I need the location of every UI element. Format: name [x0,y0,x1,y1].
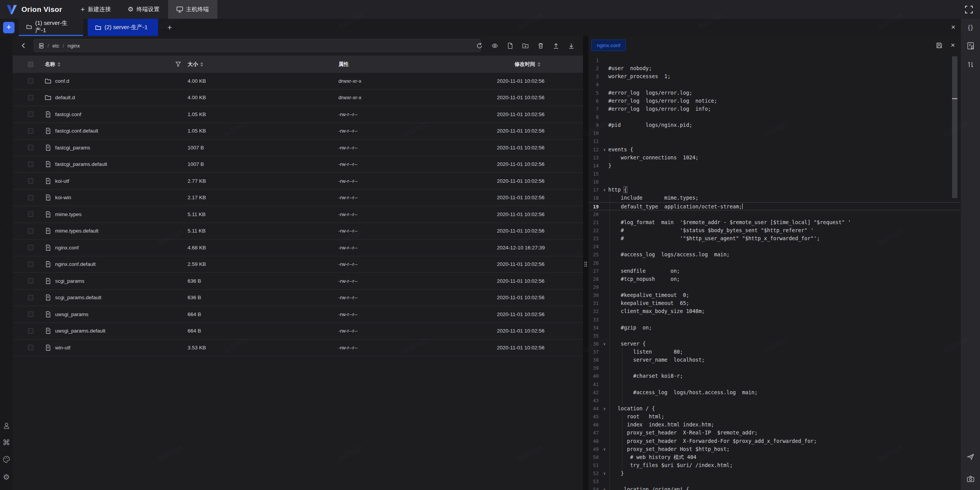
close-panel-icon[interactable]: × [949,23,957,31]
sort-icon[interactable] [200,62,203,67]
table-row[interactable]: default.d4.00 KBdrwxr-xr-x2020-11-01 10:… [13,90,583,107]
code-line[interactable]: 46 index index.html index.htm; [588,421,961,429]
row-checkbox[interactable] [28,178,33,184]
code-line[interactable]: 12∨events { [588,146,961,154]
table-row[interactable]: conf.d4.00 KBdrwxr-xr-x2020-11-01 10:02:… [13,73,583,90]
tab-server-2-active[interactable]: (2) server-生产-1 [88,19,158,36]
table-row[interactable]: uwsgi_params664 B-rw-r--r--2020-11-01 10… [13,306,583,323]
show-hidden-eye-icon[interactable] [491,42,498,49]
menu-new-connection[interactable]: + 新建连接 [72,0,119,19]
code-line[interactable]: 39 [588,364,961,372]
editor-file-tab[interactable]: nginx.conf [591,39,626,51]
code-line[interactable]: 17∨http { [588,186,961,194]
code-line[interactable]: 6#error_log logs/error.log notice; [588,97,961,105]
command-icon[interactable]: ⌘ [0,436,13,449]
breadcrumb-segment-nginx[interactable]: nginx [68,43,80,49]
code-line[interactable]: 22 # '$status $body_bytes_sent "$http_re… [588,226,961,234]
user-icon[interactable] [0,419,13,432]
column-header-mtime[interactable]: 修改时间 [514,56,541,73]
code-line[interactable]: 28 #tcp_nopush on; [588,275,961,283]
code-line[interactable]: 8 [588,113,961,121]
code-line[interactable]: 27 sendfile on; [588,267,961,275]
code-line[interactable]: 24 [588,243,961,251]
row-checkbox[interactable] [28,128,33,134]
row-checkbox[interactable] [28,95,33,100]
code-line[interactable]: 44∨ location / { [588,405,961,413]
code-line[interactable]: 38 server_name localhost; [588,356,961,364]
file-name[interactable]: koi-win [55,195,71,200]
file-name[interactable]: fastcgi_params.default [55,161,107,167]
column-header-size[interactable]: 大小 [188,56,203,73]
fold-chevron-icon[interactable]: ∨ [601,146,608,154]
code-line[interactable]: 32 client_max_body_size 1048m; [588,307,961,315]
file-name[interactable]: mime.types.default [55,228,98,234]
back-button[interactable] [18,40,29,51]
file-name[interactable]: fastcgi.conf [55,111,81,117]
tab-server-1[interactable]: (1) server-生产-1 [19,19,83,36]
code-line[interactable]: 21 #log_format main '$remote_addr - $rem… [588,218,961,226]
refresh-icon[interactable] [476,42,483,49]
code-line[interactable]: 4 [588,80,961,88]
table-row[interactable]: uwsgi_params.default664 B-rw-r--r--2020-… [13,323,583,340]
code-line[interactable]: 14} [588,162,961,170]
path-breadcrumb[interactable]: / etc / nginx [34,39,481,52]
braces-json-icon[interactable]: { } [961,21,980,34]
code-line[interactable]: 40 #charset koi8-r; [588,372,961,380]
file-name[interactable]: conf.d [55,78,69,84]
settings-gear-icon[interactable]: ⚙ [0,470,13,483]
file-name[interactable]: default.d [55,95,75,100]
row-checkbox[interactable] [28,145,33,150]
fold-chevron-icon[interactable]: ∨ [601,445,608,453]
panel-resize-handle[interactable] [583,36,588,490]
row-checkbox[interactable] [28,345,33,350]
breadcrumb-segment-etc[interactable]: etc [52,43,59,49]
code-line[interactable]: 37 listen 80; [588,348,961,356]
table-row[interactable]: fastcgi.conf1.05 KB-rw-r--r--2020-11-01 … [13,106,583,123]
row-checkbox[interactable] [28,78,33,84]
sort-transfer-icon[interactable] [961,57,980,71]
code-line[interactable]: 20 [588,210,961,218]
code-line[interactable]: 50 # web history 模式 404 [588,453,961,461]
table-row[interactable]: koi-win2.17 KB-rw-r--r--2020-11-01 10:02… [13,190,583,206]
file-name[interactable]: mime.types [55,211,82,217]
save-icon[interactable] [936,42,942,49]
code-line[interactable]: 33 [588,316,961,324]
code-line[interactable]: 13 worker_connections 1024; [588,154,961,162]
code-line[interactable]: 23 # '"$http_user_agent" "$http_x_forwar… [588,234,961,243]
code-line[interactable]: 43 [588,397,961,405]
row-checkbox[interactable] [28,211,33,217]
row-checkbox[interactable] [28,195,33,200]
row-checkbox[interactable] [28,262,33,267]
file-name[interactable]: nginx.conf [55,245,79,251]
file-name[interactable]: uwsgi_params [55,311,88,317]
code-line[interactable]: 48 proxy_set_header X-Forwarded-For $pro… [588,437,961,445]
table-row[interactable]: nginx.conf4.68 KB-rw-r--r--2024-12-10 16… [13,239,583,256]
menu-host-terminal[interactable]: 主机终端 [168,0,217,19]
fold-chevron-icon[interactable]: ∨ [601,340,608,348]
code-line[interactable]: 5#error_log logs/error.log; [588,89,961,97]
code-line[interactable]: 29 [588,283,961,291]
code-line[interactable]: 52∨ } [588,469,961,477]
row-checkbox[interactable] [28,278,33,284]
new-tab-button[interactable]: + [163,19,176,36]
fold-chevron-icon[interactable]: ∨ [601,485,608,490]
table-row[interactable]: scgi_params.default636 B-rw-r--r--2020-1… [13,290,583,306]
new-file-icon[interactable] [506,42,513,49]
code-line[interactable]: 30 #keepalive_timeout 0; [588,291,961,299]
code-line[interactable]: 36∨ server { [588,340,961,348]
upload-icon[interactable] [552,42,559,49]
palette-icon[interactable] [0,453,13,466]
new-folder-icon[interactable] [522,42,529,49]
table-row[interactable]: nginx.conf.default2.59 KB-rw-r--r--2020-… [13,256,583,273]
fold-chevron-icon[interactable]: ∨ [601,405,608,413]
file-name[interactable]: koi-utf [55,178,69,184]
fullscreen-icon[interactable] [965,5,973,14]
select-all-checkbox[interactable] [28,62,33,67]
code-line[interactable]: 3worker_processes 1; [588,72,961,80]
send-command-icon[interactable] [961,450,980,464]
row-checkbox[interactable] [28,311,33,317]
row-checkbox[interactable] [28,245,33,250]
column-header-name[interactable]: 名称 [45,56,60,73]
table-row[interactable]: fastcgi_params.default1007 B-rw-r--r--20… [13,156,583,173]
code-line[interactable]: 19 default_type application/octet-stream… [588,202,961,210]
